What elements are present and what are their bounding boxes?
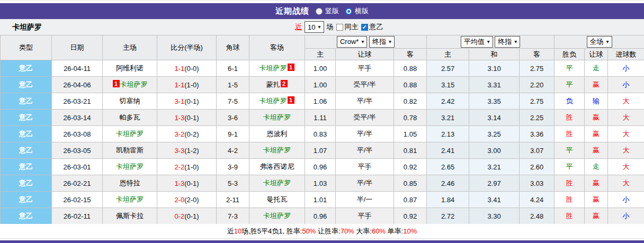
halftime-score: (1-0): [184, 81, 199, 89]
layout-radio-horizontal[interactable]: 横版: [345, 6, 369, 16]
radio-horizontal-label: 横版: [355, 6, 369, 16]
handicap-cell: 平/半: [336, 142, 394, 159]
summary-segment: 70%: [341, 227, 354, 235]
halftime-score: (0-1): [184, 97, 199, 105]
avg-draw-odds-cell: 3.30: [469, 208, 520, 224]
games-count-select[interactable]: 10 ▾: [305, 21, 324, 33]
summary-segment: 单率:: [386, 227, 403, 235]
away-team-cell: 卡坦萨罗: [249, 110, 305, 126]
chevron-down-icon: ▾: [361, 39, 364, 44]
team-name-heading: 卡坦萨罗: [12, 23, 42, 32]
asia-away-odds-cell: 0.88: [394, 60, 427, 77]
league-cell: 意乙: [1, 192, 52, 208]
bookmaker-select[interactable]: Crow*▾: [337, 36, 367, 48]
asia-away-odds-cell: 0.78: [394, 110, 427, 126]
league-filter-checkbox[interactable]: ✓ 意乙: [361, 22, 383, 32]
avg-home-odds-cell: 3.21: [427, 110, 469, 126]
handicap-result-cell: 输: [585, 93, 608, 110]
asia-away-odds-cell: 0.88: [394, 77, 427, 93]
average-odds-select[interactable]: 平均值▾: [461, 36, 493, 48]
asia-home-odds-cell: 1.11: [305, 110, 336, 126]
match-row: 意乙26-04-11阿维利诺1-1(0-0)6-1卡坦萨罗11.00平手0.88…: [1, 60, 644, 77]
halftime-score: (2-0): [184, 196, 199, 204]
col-header-score: 比分(半场): [157, 35, 217, 60]
home-team-cell: 恩特拉: [103, 175, 157, 192]
halftime-score: (0-1): [184, 114, 199, 122]
avg-draw-odds-cell: 3.31: [469, 77, 520, 93]
date-cell: 26-02-21: [52, 175, 103, 192]
away-team-cell: 卡坦萨罗: [249, 208, 305, 224]
avg-draw-odds-cell: 3.25: [469, 126, 520, 142]
final-odds-select-euro[interactable]: 终指▾: [495, 36, 520, 48]
corner-cell: 2-11: [217, 192, 249, 208]
away-team-cell: 弗洛西诺尼: [249, 159, 305, 175]
avg-away-odds-cell: 2.48: [520, 208, 554, 224]
recent-matches-table: 类型 日期 主场 比分(半场) 角球 客场 Crow*▾ 终指▾ 平均值▾ 终指…: [0, 35, 644, 224]
recent-link[interactable]: 近: [295, 22, 302, 32]
avg-away-odds-cell: 4.24: [520, 192, 554, 208]
col-header-away: 客场: [249, 35, 305, 60]
recent-results-panel: 近期战绩 竖版 横版 卡坦萨罗 近 10 ▾ 场 同主 ✓ 意乙: [0, 0, 644, 243]
sub-header-goals: 进球数: [608, 49, 644, 60]
team-name: 卡坦萨罗: [263, 146, 291, 154]
filter-toolbar: 卡坦萨罗 近 10 ▾ 场 同主 ✓ 意乙: [0, 19, 644, 35]
fulltime-score: 1-3: [174, 114, 184, 122]
match-row: 意乙26-03-08卡坦萨罗3-2(0-2)9-1恩波利0.83平/半1.052…: [1, 126, 644, 142]
avg-home-odds-cell: 2.72: [427, 208, 469, 224]
team-name: 卡坦萨罗: [263, 179, 291, 187]
match-row: 意乙26-04-061卡坦萨罗1-1(1-0)1-5蒙扎21.00受平/半0.8…: [1, 77, 644, 93]
fulltime-score: 2-0: [174, 196, 184, 204]
radio-checked-icon[interactable]: [345, 8, 352, 15]
fulltime-score: 0-2: [174, 212, 184, 220]
score-cell: 1-1(0-0): [157, 60, 217, 77]
sub-header-euro-home: 主: [427, 49, 469, 60]
corner-cell: 6-1: [217, 60, 249, 77]
radio-unchecked-icon[interactable]: [316, 8, 323, 15]
checkbox-unchecked-icon[interactable]: [336, 24, 343, 31]
checkbox-checked-icon[interactable]: ✓: [361, 24, 368, 31]
league-cell: 意乙: [1, 77, 52, 93]
corner-cell: 3-9: [217, 159, 249, 175]
chevron-down-icon: ▾: [514, 39, 517, 44]
halftime-score: (1-2): [184, 147, 199, 155]
goals-result-cell: 大: [608, 175, 644, 192]
same-home-label: 同主: [345, 22, 359, 32]
avg-home-odds-cell: 2.42: [427, 93, 469, 110]
team-name: 卡坦萨罗: [116, 195, 144, 203]
result-cell: 平: [554, 142, 585, 159]
league-cell: 意乙: [1, 110, 52, 126]
fulltime-score: 3-2: [174, 130, 184, 138]
match-row: 意乙26-02-15卡坦萨罗2-0(2-0)2-11曼托瓦1.01半/一0.87…: [1, 192, 644, 208]
team-name: 卡坦萨罗: [263, 212, 291, 220]
league-cell: 意乙: [1, 208, 52, 224]
corner-cell: 5-3: [217, 175, 249, 192]
avg-home-odds-cell: 2.13: [427, 126, 469, 142]
summary-footer: 近10场,胜5平4负1, 胜率:50% 让胜率:70% 大率:60% 单率:10…: [0, 224, 644, 239]
away-team-cell: 卡坦萨罗1: [249, 60, 305, 77]
red-card-badge: 2: [281, 80, 288, 87]
avg-home-odds-cell: 3.15: [427, 77, 469, 93]
handicap-cell: 平手: [336, 159, 394, 175]
away-team-cell: 恩波利: [249, 126, 305, 142]
league-cell: 意乙: [1, 93, 52, 110]
avg-draw-odds-cell: 3.14: [469, 110, 520, 126]
full-match-select[interactable]: 全场▾: [587, 36, 612, 48]
goals-result-cell: 大: [608, 159, 644, 175]
avg-away-odds-cell: 2.25: [520, 110, 554, 126]
avg-away-odds-cell: 3.03: [520, 175, 554, 192]
same-home-checkbox[interactable]: 同主: [336, 22, 359, 32]
result-cell: 平: [554, 77, 585, 93]
handicap-cell: 平/半: [336, 126, 394, 142]
avg-draw-odds-cell: 3.10: [469, 60, 520, 77]
handicap-result-cell: 赢: [585, 192, 608, 208]
team-name: 恩特拉: [120, 179, 140, 187]
handicap-cell: 平手: [336, 208, 394, 224]
date-cell: 26-03-01: [52, 159, 103, 175]
fulltime-score: 2-2: [174, 163, 184, 171]
final-odds-select-asia[interactable]: 终指▾: [369, 36, 395, 48]
team-name: 卡坦萨罗: [260, 97, 287, 105]
summary-segment: 60%: [372, 227, 386, 235]
handicap-result-cell: 赢: [585, 208, 608, 224]
layout-radio-vertical[interactable]: 竖版: [316, 6, 339, 16]
team-name: 卡坦萨罗: [120, 80, 148, 88]
